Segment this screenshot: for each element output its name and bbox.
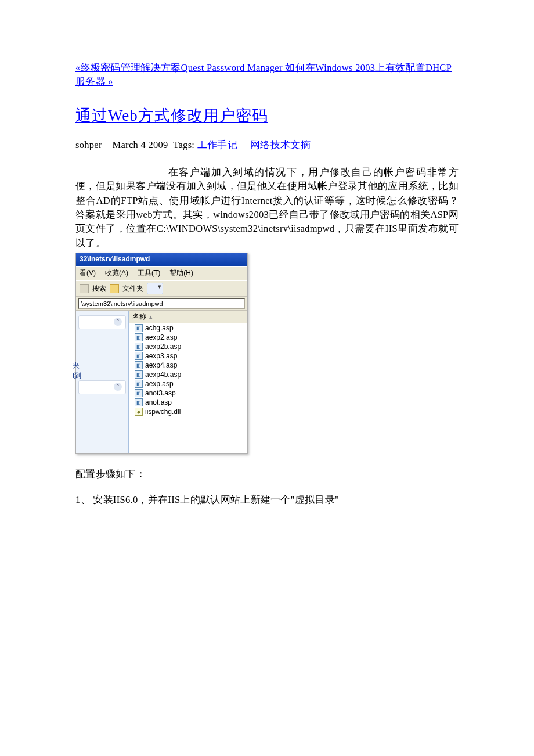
asp-file-icon: ◧ bbox=[135, 324, 143, 332]
list-item[interactable]: ◆iispwchg.dll bbox=[129, 407, 247, 416]
list-column-header[interactable]: 名称 ▲ bbox=[129, 311, 247, 323]
list-item[interactable]: ◧aexp3.asp bbox=[129, 351, 247, 361]
list-item[interactable]: ◧aexp.asp bbox=[129, 379, 247, 388]
file-name-label: aexp2b.asp bbox=[145, 343, 181, 351]
sort-asc-icon: ▲ bbox=[148, 314, 153, 320]
file-name-label: achg.asp bbox=[145, 324, 174, 332]
list-item[interactable]: ◧aexp2.asp bbox=[129, 333, 247, 342]
author-name: sohper bbox=[75, 139, 102, 150]
folder-icon[interactable] bbox=[110, 284, 119, 293]
nav-prev-link[interactable]: «终极密码管理解决方案Quest Password Manager 如何在Win… bbox=[75, 62, 452, 87]
asp-file-icon: ◧ bbox=[135, 333, 143, 341]
explorer-address-bar: \system32\inetsrv\iisadmpwd bbox=[76, 297, 247, 311]
list-item[interactable]: ◧aexp4.asp bbox=[129, 361, 247, 370]
asp-file-icon: ◧ bbox=[135, 380, 143, 388]
file-name-label: aexp2.asp bbox=[145, 333, 177, 341]
explorer-titlebar: 32\inetsrv\iisadmpwd bbox=[76, 253, 247, 266]
sidebar-text-1: 夹 bbox=[73, 361, 80, 370]
list-item[interactable]: ◧achg.asp bbox=[129, 323, 247, 333]
file-name-label: iispwchg.dll bbox=[145, 408, 181, 416]
sidebar-group-2[interactable]: ⌃ bbox=[78, 380, 126, 394]
menu-help[interactable]: 帮助(H) bbox=[169, 268, 193, 278]
file-name-label: aexp3.asp bbox=[145, 352, 177, 360]
toolbar-folders-label[interactable]: 文件夹 bbox=[122, 284, 143, 294]
explorer-sidebar: ⌃ 夹 f到 ⌃ bbox=[76, 311, 129, 453]
views-dropdown-icon[interactable] bbox=[147, 283, 163, 294]
asp-file-icon: ◧ bbox=[135, 352, 143, 360]
asp-file-icon: ◧ bbox=[135, 389, 143, 397]
menu-view[interactable]: 看(V) bbox=[80, 268, 96, 278]
step-1: 1、 安装IIS6.0，并在IIS上的默认网站上新建一个"虚拟目录" bbox=[75, 494, 459, 506]
asp-file-icon: ◧ bbox=[135, 361, 143, 369]
breadcrumb-nav: «终极密码管理解决方案Quest Password Manager 如何在Win… bbox=[75, 61, 459, 89]
search-icon[interactable] bbox=[80, 284, 89, 293]
post-date: March 4 2009 bbox=[113, 139, 168, 150]
tags-label: Tags: bbox=[173, 139, 194, 150]
steps-intro: 配置步骤如下： bbox=[75, 468, 459, 481]
toolbar-search-label[interactable]: 搜索 bbox=[92, 284, 106, 294]
list-item[interactable]: ◧anot.asp bbox=[129, 398, 247, 407]
explorer-file-list: 名称 ▲ ◧achg.asp◧aexp2.asp◧aexp2b.asp◧aexp… bbox=[129, 311, 247, 453]
chevron-up-icon[interactable]: ⌃ bbox=[114, 318, 122, 326]
explorer-window: 32\inetsrv\iisadmpwd 看(V) 收藏(A) 工具(T) 帮助… bbox=[75, 253, 248, 454]
asp-file-icon: ◧ bbox=[135, 343, 143, 351]
menu-favorites[interactable]: 收藏(A) bbox=[105, 268, 128, 278]
paragraph-1: 在客户端加入到域的情况下，用户修改自己的帐户密码非常方便，但是如果客户端没有加入… bbox=[75, 165, 459, 250]
list-item[interactable]: ◧aexp2b.asp bbox=[129, 342, 247, 351]
file-name-label: aexp.asp bbox=[145, 380, 174, 388]
chevron-up-icon[interactable]: ⌃ bbox=[114, 383, 122, 391]
page-title[interactable]: 通过Web方式修改用户密码 bbox=[75, 105, 459, 126]
list-item[interactable]: ◧aexp4b.asp bbox=[129, 370, 247, 379]
sidebar-group-1[interactable]: ⌃ bbox=[78, 315, 126, 329]
tag-link-1[interactable]: 工作手记 bbox=[197, 139, 237, 150]
file-name-label: anot3.asp bbox=[145, 389, 176, 397]
list-item[interactable]: ◧anot3.asp bbox=[129, 388, 247, 398]
tag-link-2[interactable]: 网络技术文摘 bbox=[250, 139, 311, 150]
sidebar-text-2: f到 bbox=[73, 371, 81, 380]
address-input[interactable]: \system32\inetsrv\iisadmpwd bbox=[78, 298, 245, 309]
menu-tools[interactable]: 工具(T) bbox=[138, 268, 160, 278]
asp-file-icon: ◧ bbox=[135, 398, 143, 406]
dll-file-icon: ◆ bbox=[135, 408, 143, 416]
file-name-label: aexp4b.asp bbox=[145, 370, 181, 379]
post-meta: sohper March 4 2009 Tags: 工作手记 网络技术文摘 bbox=[75, 139, 459, 152]
file-name-label: anot.asp bbox=[145, 398, 172, 406]
asp-file-icon: ◧ bbox=[135, 370, 143, 379]
explorer-menubar: 看(V) 收藏(A) 工具(T) 帮助(H) bbox=[76, 266, 247, 280]
file-name-label: aexp4.asp bbox=[145, 361, 177, 369]
explorer-toolbar: 搜索 文件夹 bbox=[76, 280, 247, 297]
